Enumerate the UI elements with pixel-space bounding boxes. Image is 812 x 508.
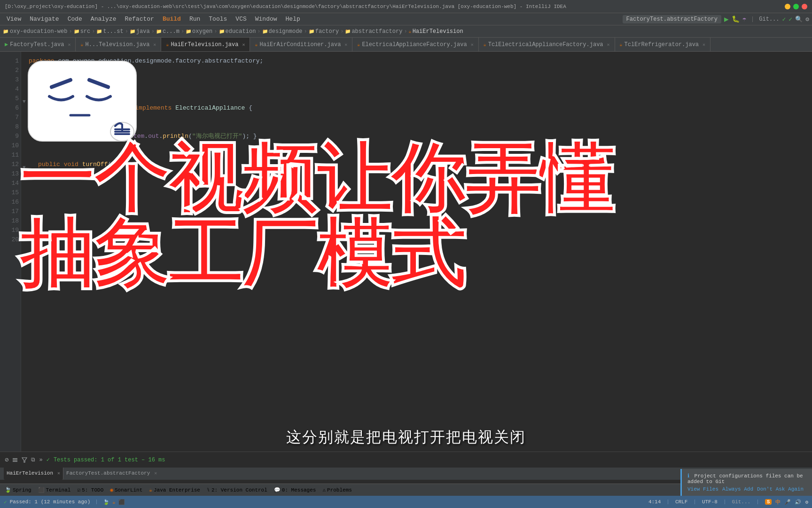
breadcrumb-test[interactable]: 📁t...st (96, 28, 123, 35)
tab-close-icon[interactable]: ✕ (68, 42, 70, 48)
notif-always-add[interactable]: Always Add (722, 486, 753, 492)
gear-icon-status[interactable]: ⚙ (805, 499, 808, 505)
minimize-button[interactable] (785, 4, 790, 9)
breadcrumb-class[interactable]: ☕HaiErTelevision (409, 28, 463, 35)
menu-run[interactable]: Run (186, 15, 204, 24)
score-icon: S (765, 499, 772, 505)
status-encoding: UTF-8 (702, 499, 718, 505)
mascot (19, 52, 150, 146)
tab-factorytest[interactable]: ▶ FactoryTest.java ✕ (0, 38, 76, 51)
tab-close-icon[interactable]: ✕ (153, 42, 156, 48)
arrow-icon[interactable]: » (39, 457, 42, 463)
sort-icon[interactable] (12, 457, 18, 463)
menu-bar: View Navigate Code Analyze Refactor Buil… (0, 13, 812, 25)
status-indicator: ⊘ (5, 456, 8, 464)
tab-label: HaiErAirConditioner.java (260, 41, 341, 48)
tab-haier-tv-active[interactable]: ☕ HaiErTelevision.java ✕ (161, 38, 250, 51)
notif-view-files[interactable]: View Files (687, 486, 718, 492)
config-panel-tab[interactable]: FactoryTest.abstractFactory ✕ (63, 466, 160, 480)
tab-label: H...Television.java (86, 41, 150, 48)
maximize-button[interactable] (793, 4, 799, 9)
terminal-tool[interactable]: ⬛ Terminal (35, 486, 74, 494)
status-line-sep: CRLF (675, 499, 687, 505)
status-spring-icon: 🍃 (103, 499, 109, 505)
debug-button[interactable]: 🐛 (732, 15, 740, 23)
tab-close-icon[interactable]: ✕ (703, 42, 705, 48)
expand-icon[interactable]: ⧉ (31, 457, 35, 463)
check2-icon: ✓ (789, 16, 792, 23)
sonarlint-tool[interactable]: ◉ SonarLint (107, 486, 145, 494)
notif-title: ℹ Project configurations files can be ad… (687, 473, 806, 484)
menu-window[interactable]: Window (251, 15, 281, 24)
menu-vcs[interactable]: VCS (232, 15, 250, 24)
overlay-line2: 抽象工厂模式 (19, 216, 793, 292)
java-ent-label: Java Enterprise (154, 487, 200, 493)
breadcrumb-education[interactable]: 📁education (219, 28, 256, 35)
tab-java-icon: ☕ (255, 42, 258, 48)
tab-label: ElectricalApplianceFactory.java (362, 41, 467, 48)
vc-tool[interactable]: ⑊ 2: Version Control (204, 486, 270, 494)
filter-icon[interactable] (22, 457, 27, 463)
tab-close-icon[interactable]: ✕ (344, 42, 347, 48)
menu-build[interactable]: Build (159, 15, 185, 24)
breadcrumb-root[interactable]: 📁 oxy-education-web (3, 28, 67, 35)
menu-tools[interactable]: Tools (205, 15, 231, 24)
check-pass-icon: ✓ (47, 456, 50, 463)
git-label: Git... (759, 16, 779, 23)
menu-view[interactable]: View (3, 15, 25, 24)
bottom-toolbar: 🍃 Spring ⬛ Terminal ☑ 5: TODO ◉ SonarLin… (0, 484, 680, 496)
status-bar-right: 4:14 | CRLF | UTF-8 | Git... | S 中 🎤 🔊 ⚙ (648, 499, 808, 506)
close-button[interactable] (802, 4, 807, 9)
svg-marker-5 (22, 458, 27, 462)
todo-tool[interactable]: ☑ 5: TODO (74, 486, 106, 494)
settings-icon[interactable]: ⚙ (805, 16, 809, 23)
breadcrumb-oxygen[interactable]: 📁oxygen (186, 28, 212, 35)
breadcrumb-factory[interactable]: 📁factory (309, 28, 339, 35)
tab-close-icon[interactable]: ✕ (242, 42, 245, 48)
tab-haier-tv-1[interactable]: ☕ H...Television.java ✕ (76, 38, 161, 51)
config-tab-close[interactable]: ✕ (154, 470, 157, 476)
notif-dont-ask[interactable]: Don't Ask Again (757, 486, 804, 492)
tab-java-icon: ☕ (620, 42, 623, 48)
tab-electrical-factory[interactable]: ☕ ElectricalApplianceFactory.java ✕ (352, 38, 478, 51)
spring-tool[interactable]: 🍃 Spring (2, 486, 34, 494)
tab-tcl-factory[interactable]: ☕ TclElectricalApplianceFactory.java ✕ (479, 38, 615, 51)
run-config-label[interactable]: FactoryTest.abstractFactory (623, 15, 721, 24)
menu-help[interactable]: Help (282, 15, 304, 24)
breadcrumb-java[interactable]: 📁java (130, 28, 150, 35)
tab-label: TclElectricalApplianceFactory.java (488, 41, 603, 48)
run-tab-close[interactable]: ✕ (57, 470, 60, 476)
tab-haier-ac[interactable]: ☕ HaiErAirConditioner.java ✕ (250, 38, 352, 51)
breadcrumb-designmode[interactable]: 📁designmode (262, 28, 303, 35)
notif-text: Project configurations files can be adde… (687, 473, 803, 484)
tab-run-icon: ▶ (5, 41, 8, 48)
tab-java-icon: ☕ (357, 42, 360, 48)
terminal-label: Terminal (46, 487, 71, 493)
breadcrumb-com[interactable]: 📁c...m (156, 28, 180, 35)
menu-analyze[interactable]: Analyze (87, 15, 120, 24)
java-ent-tool[interactable]: ☕ Java Enterprise (146, 486, 203, 494)
status-check: ✓ (4, 499, 7, 505)
vc-label: 2: Version Control (211, 487, 267, 493)
run-panel-tab[interactable]: HaiErTelevision ✕ (4, 466, 63, 480)
status-bar: ✓ Passed: 1 (12 minutes ago) | 🍃 ☕ ⬛ 4:1… (0, 496, 812, 508)
breadcrumb-bar: 📁 oxy-education-web › 📁src › 📁t...st › 📁… (0, 25, 812, 38)
messages-tool[interactable]: 💬 0: Messages (271, 486, 319, 494)
menu-navigate[interactable]: Navigate (26, 15, 62, 24)
breadcrumb-abstractfactory[interactable]: 📁abstractfactory (345, 28, 402, 35)
mic-icon: 🎤 (784, 499, 791, 505)
problems-tool[interactable]: ⚠ Problems (320, 486, 354, 494)
coverage-button[interactable]: ☂ (742, 15, 746, 23)
tab-tcl-fridge[interactable]: ☕ TclErRefrigerator.java ✕ (615, 38, 711, 51)
messages-label: 0: Messages (282, 487, 316, 493)
run-status-bar: ⊘ ⧉ » ✓ Tests passed: 1 of 1 test – 16 m… (0, 452, 812, 468)
tab-close-icon[interactable]: ✕ (471, 42, 474, 48)
tab-close-icon[interactable]: ✕ (607, 42, 610, 48)
tab-java-icon: ☕ (166, 42, 169, 48)
run-button[interactable]: ▶ (724, 15, 729, 24)
speaker-icon: 🔊 (795, 499, 801, 505)
menu-refactor[interactable]: Refactor (121, 15, 157, 24)
breadcrumb-src[interactable]: 📁src (74, 28, 91, 35)
menu-code[interactable]: Code (64, 15, 86, 24)
search-icon[interactable]: 🔍 (795, 16, 803, 23)
